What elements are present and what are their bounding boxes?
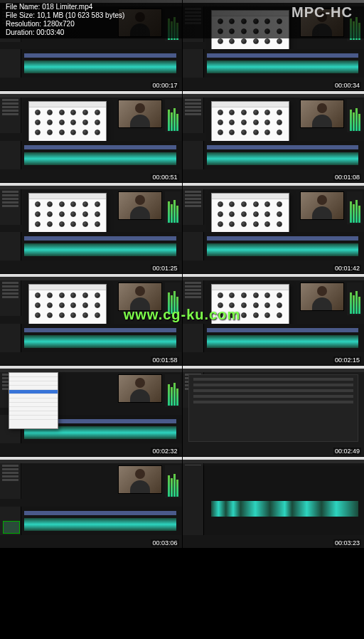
knob-icon[interactable] bbox=[82, 292, 88, 298]
knob-icon[interactable] bbox=[229, 221, 235, 227]
knob-icon[interactable] bbox=[277, 211, 282, 217]
knob-icon[interactable] bbox=[241, 302, 247, 308]
knob-icon[interactable] bbox=[70, 201, 76, 207]
knob-icon[interactable] bbox=[35, 201, 41, 207]
thumbnail[interactable]: 00:01:08 bbox=[183, 91, 365, 181]
knob-icon[interactable] bbox=[70, 211, 76, 217]
knob-icon[interactable] bbox=[70, 110, 76, 115]
knob-icon[interactable] bbox=[253, 201, 259, 207]
knob-icon[interactable] bbox=[218, 292, 223, 298]
thumbnail[interactable]: 00:02:32 bbox=[0, 366, 182, 456]
knob-icon[interactable] bbox=[229, 120, 235, 125]
audio-plugin-window[interactable] bbox=[211, 193, 289, 236]
knob-icon[interactable] bbox=[277, 120, 282, 125]
knob-icon[interactable] bbox=[218, 120, 223, 125]
knob-icon[interactable] bbox=[253, 120, 259, 125]
knob-icon[interactable] bbox=[241, 130, 247, 135]
knob-icon[interactable] bbox=[47, 130, 53, 135]
knob-icon[interactable] bbox=[277, 201, 282, 207]
thumbnail[interactable]: 00:01:25 bbox=[0, 183, 182, 273]
knob-icon[interactable] bbox=[82, 312, 88, 318]
knob-icon[interactable] bbox=[253, 211, 259, 217]
knob-icon[interactable] bbox=[253, 130, 259, 135]
knob-icon[interactable] bbox=[35, 302, 41, 308]
knob-icon[interactable] bbox=[264, 312, 270, 318]
knob-icon[interactable] bbox=[47, 201, 53, 207]
knob-icon[interactable] bbox=[218, 110, 223, 115]
knob-icon[interactable] bbox=[241, 120, 247, 125]
knob-icon[interactable] bbox=[277, 110, 282, 115]
knob-icon[interactable] bbox=[82, 221, 88, 227]
knob-icon[interactable] bbox=[264, 130, 270, 135]
audio-plugin-window[interactable] bbox=[28, 193, 107, 236]
thumbnail[interactable]: 00:02:15 bbox=[183, 274, 365, 364]
knob-icon[interactable] bbox=[47, 292, 53, 298]
knob-icon[interactable] bbox=[277, 38, 282, 44]
knob-icon[interactable] bbox=[59, 312, 65, 318]
knob-icon[interactable] bbox=[241, 221, 247, 227]
knob-icon[interactable] bbox=[82, 130, 88, 135]
knob-icon[interactable] bbox=[47, 120, 53, 125]
knob-icon[interactable] bbox=[70, 302, 76, 308]
knob-icon[interactable] bbox=[95, 312, 100, 318]
knob-icon[interactable] bbox=[264, 302, 270, 308]
knob-icon[interactable] bbox=[95, 120, 100, 125]
thumbnail[interactable]: 00:02:49 bbox=[183, 366, 365, 456]
knob-icon[interactable] bbox=[35, 292, 41, 298]
knob-icon[interactable] bbox=[241, 38, 247, 44]
knob-icon[interactable] bbox=[47, 302, 53, 308]
knob-icon[interactable] bbox=[47, 110, 53, 115]
knob-icon[interactable] bbox=[264, 120, 270, 125]
knob-icon[interactable] bbox=[277, 312, 282, 318]
knob-icon[interactable] bbox=[241, 312, 247, 318]
thumbnail[interactable]: 00:01:42 bbox=[183, 183, 365, 273]
knob-icon[interactable] bbox=[35, 120, 41, 125]
knob-icon[interactable] bbox=[241, 201, 247, 207]
knob-icon[interactable] bbox=[95, 130, 100, 135]
knob-icon[interactable] bbox=[277, 302, 282, 308]
knob-icon[interactable] bbox=[229, 38, 235, 44]
thumbnail[interactable]: 00:01:58 bbox=[0, 274, 182, 364]
knob-icon[interactable] bbox=[277, 130, 282, 135]
knob-icon[interactable] bbox=[218, 38, 223, 44]
knob-icon[interactable] bbox=[35, 312, 41, 318]
dropdown-menu[interactable] bbox=[9, 372, 58, 429]
knob-icon[interactable] bbox=[70, 120, 76, 125]
knob-icon[interactable] bbox=[253, 110, 259, 115]
knob-icon[interactable] bbox=[95, 302, 100, 308]
knob-icon[interactable] bbox=[229, 312, 235, 318]
knob-icon[interactable] bbox=[229, 130, 235, 135]
knob-icon[interactable] bbox=[70, 130, 76, 135]
knob-icon[interactable] bbox=[70, 312, 76, 318]
knob-icon[interactable] bbox=[264, 38, 270, 44]
knob-icon[interactable] bbox=[59, 130, 65, 135]
knob-icon[interactable] bbox=[229, 302, 235, 308]
knob-icon[interactable] bbox=[59, 120, 65, 125]
knob-icon[interactable] bbox=[95, 221, 100, 227]
knob-icon[interactable] bbox=[264, 292, 270, 298]
knob-icon[interactable] bbox=[35, 211, 41, 217]
knob-icon[interactable] bbox=[95, 201, 100, 207]
knob-icon[interactable] bbox=[218, 211, 223, 217]
knob-icon[interactable] bbox=[95, 292, 100, 298]
knob-icon[interactable] bbox=[253, 302, 259, 308]
knob-icon[interactable] bbox=[218, 201, 223, 207]
audio-plugin-window[interactable] bbox=[211, 101, 289, 144]
export-settings-panel[interactable] bbox=[188, 374, 359, 442]
knob-icon[interactable] bbox=[47, 221, 53, 227]
knob-icon[interactable] bbox=[82, 211, 88, 217]
thumbnail[interactable]: 00:03:23 bbox=[183, 457, 365, 547]
knob-icon[interactable] bbox=[82, 201, 88, 207]
knob-icon[interactable] bbox=[59, 201, 65, 207]
knob-icon[interactable] bbox=[277, 292, 282, 298]
knob-icon[interactable] bbox=[218, 312, 223, 318]
knob-icon[interactable] bbox=[277, 221, 282, 227]
knob-icon[interactable] bbox=[253, 292, 259, 298]
knob-icon[interactable] bbox=[229, 110, 235, 115]
knob-icon[interactable] bbox=[264, 201, 270, 207]
knob-icon[interactable] bbox=[70, 292, 76, 298]
knob-icon[interactable] bbox=[82, 302, 88, 308]
knob-icon[interactable] bbox=[59, 110, 65, 115]
knob-icon[interactable] bbox=[35, 110, 41, 115]
knob-icon[interactable] bbox=[241, 110, 247, 115]
